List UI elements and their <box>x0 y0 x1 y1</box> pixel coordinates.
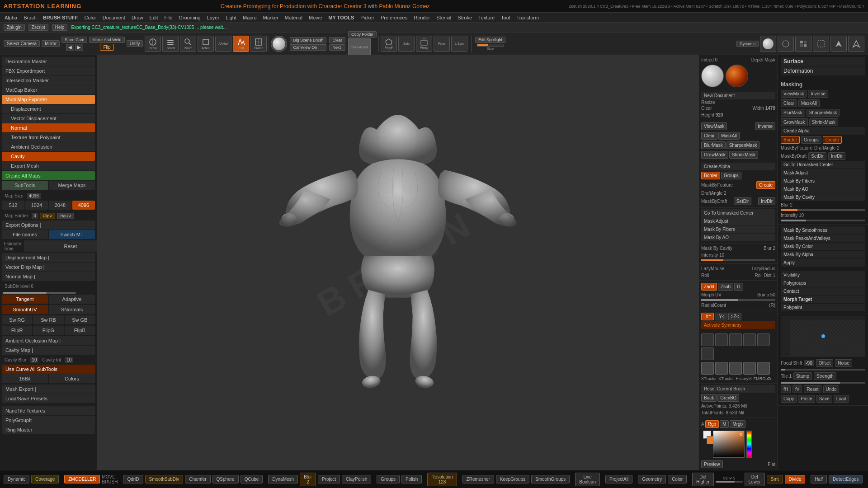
menu-help[interactable]: Help <box>52 24 68 31</box>
ambient-occlusion-btn[interactable]: Ambient Occlusion <box>2 142 95 151</box>
ring-master-btn[interactable]: Ring Master <box>2 425 95 434</box>
qsphere-btn[interactable]: QSphere <box>212 475 239 483</box>
mask-all-far-btn[interactable]: MaskAll <box>798 99 820 107</box>
g-btn[interactable]: G <box>734 283 743 291</box>
blur-mask-btn[interactable]: BlurMask <box>701 141 726 149</box>
qdrid-btn[interactable]: QdriD <box>123 475 143 483</box>
keep-groups-btn[interactable]: KeepGroups <box>496 475 529 483</box>
menu-marker[interactable]: Marker <box>260 14 281 21</box>
mask-tool-5[interactable]: ... <box>757 333 770 346</box>
mask-color-btn[interactable]: Mask By Color <box>781 243 865 250</box>
tool-solo[interactable]: Solo <box>398 36 415 52</box>
flipv-btn[interactable]: FlipV <box>40 213 56 219</box>
mask-adjust-far-btn[interactable]: Mask Adjust <box>781 169 865 177</box>
flip-b-btn[interactable]: FlipB <box>65 326 95 335</box>
xtractor-btn[interactable] <box>701 362 714 375</box>
project-btn[interactable]: Project <box>318 475 340 483</box>
next-toolbar-btn[interactable]: ▶ <box>75 44 83 51</box>
new-document-btn[interactable]: New Document <box>701 92 775 99</box>
menu-file[interactable]: File <box>162 14 175 21</box>
inverse-far-btn[interactable]: Inverse <box>808 90 828 98</box>
tool-frame[interactable]: Frame <box>250 36 267 52</box>
store-cam-btn[interactable]: Store Cam <box>61 37 87 43</box>
menu-my-tools[interactable]: MY TOOLS <box>326 14 357 21</box>
stamp-btn[interactable] <box>778 36 794 52</box>
mask-smoothness-btn[interactable]: Mask By Smoothness <box>781 226 865 234</box>
del-lower-btn[interactable]: Del Lower <box>745 473 765 486</box>
reset-noise-btn[interactable]: Reset <box>804 385 821 393</box>
divide-btn[interactable]: Divide <box>785 475 806 483</box>
mask-alpha-btn[interactable]: Mask By Alpha <box>781 251 865 258</box>
clear-mask-btn[interactable]: Clear <box>701 132 717 140</box>
sw-rb-btn[interactable]: Sw RB <box>33 315 63 324</box>
shrink-far-btn[interactable]: ShrinkMask <box>809 118 838 126</box>
clear-top-btn[interactable]: Clear <box>329 37 345 43</box>
visibility-btn[interactable]: Visibility <box>781 271 865 279</box>
mirror-btn[interactable]: Mirror <box>42 40 60 47</box>
tool-lsym[interactable]: L.Sym <box>451 36 467 52</box>
decimation-master-btn[interactable]: Decimation Master <box>2 57 95 66</box>
cavity-map-btn[interactable]: Cavity Map | <box>2 346 95 355</box>
displacement-map-btn[interactable]: Displacement Map | <box>2 253 95 262</box>
mask-adjust-btn[interactable]: Mask Adjust <box>701 217 775 225</box>
reuv-btn[interactable]: ReUV <box>57 213 74 219</box>
activate-symmetry-btn[interactable]: Activate Symmetry <box>701 321 775 329</box>
menu-color[interactable]: Color <box>82 14 99 21</box>
surface-btn[interactable]: Surface <box>781 57 865 66</box>
sharpen-far-btn[interactable]: SharpenMask <box>807 109 840 117</box>
menu-zscript[interactable]: Zscript <box>28 24 48 31</box>
export-mesh-btn[interactable]: Export Mesh <box>2 161 95 170</box>
flip-btn[interactable]: Flip <box>100 44 113 51</box>
brush-preview[interactable] <box>271 36 287 52</box>
zremesher-btn[interactable]: ZRemesher <box>462 475 494 483</box>
vector-disp-map-btn[interactable]: Vector Disp Map | <box>2 263 95 272</box>
smt-btn[interactable]: Smt <box>767 475 783 483</box>
mask-tool-3[interactable] <box>729 333 742 346</box>
cavity-btn[interactable]: Cavity <box>2 152 95 161</box>
map-1024-btn[interactable]: 1024 <box>25 201 48 210</box>
sharpen-mask-btn[interactable]: SharpenMask <box>726 141 760 149</box>
fv-btn[interactable]: fV <box>793 385 802 393</box>
sel-btn[interactable] <box>813 36 829 52</box>
zadd-btn[interactable]: Zadd <box>701 283 717 291</box>
tool-persp[interactable]: Persp <box>416 36 432 52</box>
color-gradient[interactable] <box>713 431 745 458</box>
blur-mask-far-btn[interactable]: BlurMask <box>781 109 805 117</box>
mirror-weld-btn[interactable]: Mirror And Weld <box>89 37 124 43</box>
history-btn[interactable] <box>729 362 742 375</box>
y-btn[interactable]: -Y< <box>715 313 727 320</box>
menu-preferences[interactable]: Preferences <box>378 14 410 21</box>
menu-picker[interactable]: Picker <box>358 14 377 21</box>
mask-fibers-btn[interactable]: Mask By Fibers <box>781 177 865 185</box>
canvas-area[interactable]: BRGCN <box>97 55 698 470</box>
polypaint-btn[interactable]: Polypaint <box>781 304 865 311</box>
tool-scroll[interactable]: Scroll <box>162 36 179 52</box>
ambient-map-btn[interactable]: Ambient Occlusion Map | <box>2 336 95 345</box>
nanotile-btn[interactable]: NanoTile Textures <box>2 406 95 415</box>
dynamic-btn[interactable]: Dynamic <box>736 41 759 47</box>
polygroups-btn[interactable]: Polygroups <box>781 279 865 287</box>
displacement-btn[interactable]: Displacement <box>2 104 95 113</box>
mask-by-fibers-btn[interactable]: Mask By Fibers <box>701 225 775 233</box>
strength-btn[interactable]: Strength <box>814 372 836 380</box>
map-2048-btn[interactable]: 2048 <box>49 201 71 210</box>
go-to-unmasked-btn[interactable]: Go To Unmasked Center <box>701 209 775 217</box>
offset-btn[interactable]: Offset <box>816 359 834 367</box>
inverse-btn[interactable]: Inverse <box>755 122 775 130</box>
half-btn[interactable]: Half <box>811 475 827 483</box>
select-camera-btn[interactable]: Select Camera <box>4 40 40 47</box>
menu-material[interactable]: Material <box>282 14 305 21</box>
mask-tool-2[interactable] <box>715 333 728 346</box>
zmodeller-btn[interactable]: ZMODELLER <box>64 475 100 483</box>
adaptive-btn[interactable]: Adaptive <box>49 295 95 304</box>
greybg-btn[interactable]: GreyBG <box>717 394 739 402</box>
mask-tool-4[interactable] <box>743 333 756 346</box>
col-btn[interactable] <box>795 36 811 52</box>
live-boolean-btn[interactable]: Live Boolean <box>575 473 600 486</box>
color-geo-btn[interactable]: Color <box>668 475 687 483</box>
grow-far-btn[interactable]: GrowMask <box>781 118 808 126</box>
menu-light[interactable]: Light <box>223 14 239 21</box>
selectb-btn[interactable] <box>848 36 864 52</box>
tool-floor[interactable]: Floor <box>434 36 450 52</box>
project-all-btn[interactable]: ProjectAll <box>605 475 632 483</box>
